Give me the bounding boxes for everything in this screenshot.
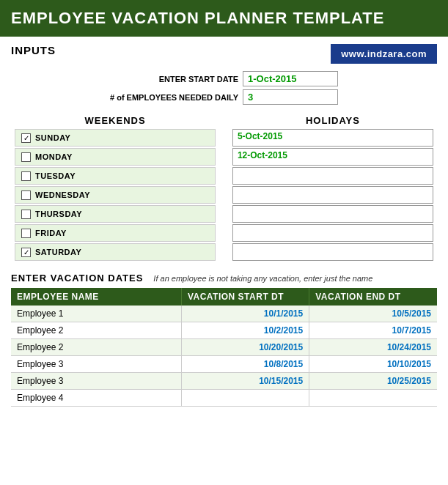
holiday-4[interactable] — [232, 186, 433, 204]
start-date-label: ENTER START DATE — [110, 75, 238, 84]
holiday-5[interactable] — [232, 205, 433, 223]
page-title: EMPLOYEE VACATION PLANNER TEMPLATE — [11, 9, 384, 27]
holiday-2[interactable]: 12-Oct-2015 — [232, 148, 433, 166]
vacation-section: ENTER VACATION DATES If an employee is n… — [11, 273, 437, 407]
friday-checkbox[interactable] — [21, 229, 31, 238]
sunday-label: SUNDAY — [35, 133, 70, 142]
col-header-end: VACATION END DT — [309, 288, 437, 306]
employee-name-cell[interactable]: Employee 4 — [11, 390, 181, 407]
vacation-start-cell[interactable]: 10/2/2015 — [181, 322, 309, 339]
employee-name-cell[interactable]: Employee 1 — [11, 306, 181, 322]
employee-name-cell[interactable]: Employee 2 — [11, 322, 181, 339]
tuesday-checkbox[interactable] — [21, 171, 31, 181]
employees-input[interactable]: 3 — [243, 89, 338, 105]
vacation-note: If an employee is not taking any vacatio… — [153, 274, 372, 283]
day-saturday[interactable]: ✓ SATURDAY — [15, 243, 216, 261]
inputs-header-row: INPUTS www.indzara.com — [11, 44, 437, 64]
vacation-end-cell[interactable]: 10/5/2015 — [309, 306, 437, 322]
wednesday-label: WEDNESDAY — [35, 190, 90, 199]
holiday-6[interactable] — [232, 224, 433, 242]
weekends-holidays-section: WEEKENDS ✓ SUNDAY MONDAY TUESDAY WEDNESD… — [11, 115, 437, 262]
table-row: Employee 4 — [11, 390, 437, 407]
thursday-label: THURSDAY — [35, 210, 82, 218]
table-row: Employee 310/15/201510/25/2015 — [11, 373, 437, 390]
holiday-1[interactable]: 5-Oct-2015 — [232, 129, 433, 147]
table-row: Employee 110/1/201510/5/2015 — [11, 306, 437, 322]
col-header-start: VACATION START DT — [181, 288, 309, 306]
table-row: Employee 310/8/201510/10/2015 — [11, 356, 437, 373]
vacation-start-cell[interactable] — [181, 390, 309, 407]
employees-label: # of EMPLOYEES NEEDED DAILY — [110, 93, 238, 102]
start-date-row: ENTER START DATE 1-Oct-2015 — [11, 71, 437, 86]
monday-label: MONDAY — [35, 152, 73, 161]
holiday-3[interactable] — [232, 167, 433, 185]
sunday-checkbox[interactable]: ✓ — [21, 133, 31, 143]
friday-label: FRIDAY — [35, 229, 67, 237]
monday-checkbox[interactable] — [21, 152, 31, 162]
saturday-label: SATURDAY — [35, 248, 81, 256]
holidays-column: HOLIDAYS 5-Oct-2015 12-Oct-2015 — [232, 115, 433, 262]
website-badge: www.indzara.com — [331, 44, 437, 64]
saturday-checkbox[interactable]: ✓ — [21, 248, 31, 257]
day-sunday[interactable]: ✓ SUNDAY — [15, 129, 216, 147]
vacation-start-cell[interactable]: 10/1/2015 — [181, 306, 309, 322]
thursday-checkbox[interactable] — [21, 210, 31, 219]
vacation-start-cell[interactable]: 10/20/2015 — [181, 339, 309, 356]
holiday-7[interactable] — [232, 243, 433, 261]
form-inputs: ENTER START DATE 1-Oct-2015 # of EMPLOYE… — [11, 71, 437, 105]
employee-name-cell[interactable]: Employee 2 — [11, 339, 181, 356]
vacation-table: EMPLOYEE NAME VACATION START DT VACATION… — [11, 288, 437, 407]
weekends-column: WEEKENDS ✓ SUNDAY MONDAY TUESDAY WEDNESD… — [15, 115, 216, 262]
vacation-end-cell[interactable]: 10/10/2015 — [309, 356, 437, 373]
wednesday-checkbox[interactable] — [21, 190, 31, 200]
day-monday[interactable]: MONDAY — [15, 148, 216, 166]
vacation-header-row: ENTER VACATION DATES If an employee is n… — [11, 273, 437, 284]
employees-row: # of EMPLOYEES NEEDED DAILY 3 — [11, 89, 437, 105]
vacation-end-cell[interactable]: 10/7/2015 — [309, 322, 437, 339]
day-wednesday[interactable]: WEDNESDAY — [15, 186, 216, 204]
vacation-end-cell[interactable]: 10/24/2015 — [309, 339, 437, 356]
vacation-start-cell[interactable]: 10/8/2015 — [181, 356, 309, 373]
vacation-end-cell[interactable] — [309, 390, 437, 407]
vacation-section-label: ENTER VACATION DATES — [11, 273, 143, 284]
website-label: www.indzara.com — [341, 48, 427, 59]
day-tuesday[interactable]: TUESDAY — [15, 167, 216, 185]
start-date-input[interactable]: 1-Oct-2015 — [243, 71, 338, 86]
day-friday[interactable]: FRIDAY — [15, 224, 216, 242]
employee-name-cell[interactable]: Employee 3 — [11, 373, 181, 390]
col-header-name: EMPLOYEE NAME — [11, 288, 181, 306]
holidays-label: HOLIDAYS — [232, 115, 433, 126]
vacation-start-cell[interactable]: 10/15/2015 — [181, 373, 309, 390]
weekends-label: WEEKENDS — [15, 115, 216, 126]
inputs-section-label: INPUTS — [11, 44, 56, 56]
header-bar: EMPLOYEE VACATION PLANNER TEMPLATE — [0, 0, 448, 37]
day-thursday[interactable]: THURSDAY — [15, 205, 216, 223]
employee-name-cell[interactable]: Employee 3 — [11, 356, 181, 373]
table-row: Employee 210/20/201510/24/2015 — [11, 339, 437, 356]
tuesday-label: TUESDAY — [35, 171, 76, 180]
table-row: Employee 210/2/201510/7/2015 — [11, 322, 437, 339]
vacation-end-cell[interactable]: 10/25/2015 — [309, 373, 437, 390]
vacation-table-header: EMPLOYEE NAME VACATION START DT VACATION… — [11, 288, 437, 306]
